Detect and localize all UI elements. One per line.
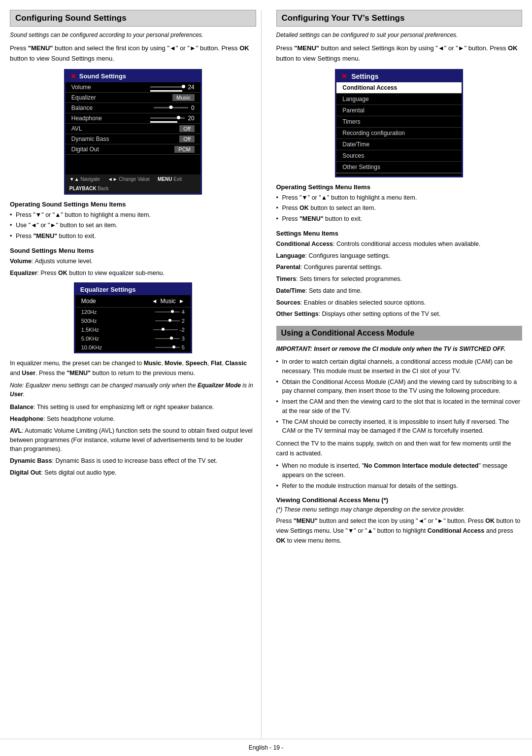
ca-def: Conditional Access: Controls conditional… [276,240,523,249]
freq-120hz-bar: 4 [155,309,185,315]
avl-value: Off [179,125,194,132]
sound-menu-header: ✕ Sound Settings [66,70,200,82]
eq-note2: Note: Equalizer menu settings can be cha… [10,381,256,399]
settings-menu-box: ✕ Settings Conditional Access Language P… [335,69,463,177]
othersettings-def: Other Settings: Displays other setting o… [276,309,523,319]
sound-menu-footer2: PLAYBACK Back [66,184,200,193]
headphone-term: Headphone [10,415,43,422]
balance-row: Balance 0 [66,103,200,113]
dynamic-bass-label: Dynamic Bass [71,136,109,142]
sound-menu-title: Sound Settings [79,72,126,80]
settings-item-recording: Recording configuration [336,128,462,139]
main-content: Configuring Sound Settings Sound setting… [0,0,532,739]
op-bullet-2: Use "◄" or "►" button to set an item. [10,221,256,230]
settings-item-conditional-access: Conditional Access [336,82,462,94]
settings-menu-title: Settings [351,72,378,80]
ca-bullet-2: Obtain the Conditional Access Module (CA… [276,378,523,396]
settings-icon: ✕ [341,72,347,80]
settings-menu-header: ✕ Settings [336,70,462,82]
footer-back: PLAYBACK Back [69,186,109,191]
freq-100khz-label: 10.0KHz [81,344,102,350]
right-column: Configuring Your TV’s Settings Detailed … [271,10,523,739]
freq-120hz-label: 120Hz [81,309,97,315]
viewing-text: Press "MENU" button and select the icon … [276,516,523,546]
eq-mode-value: ◄ Music ► [152,298,185,305]
volume-label: Volume [71,84,91,91]
menu-icon: ✕ [70,72,76,80]
settings-item-parental: Parental [336,105,462,116]
dynamic-bass-row: Dynamic Bass Off [66,134,200,144]
lang-def: Language: Configures language settings. [276,251,523,261]
left-subtitle: Sound settings can be configured accordi… [10,31,256,39]
digital-out-row: Digital Out PCM [66,144,200,155]
scroll-indicator [336,173,462,176]
op-settings-bullet-1: Press "▼" or "▲" button to highlight a m… [276,193,523,203]
op-sound-heading: Operating Sound Settings Menu Items [10,201,256,208]
othersettings-term: Other Settings [276,310,319,317]
eq-mode-label: Mode [81,298,96,305]
balance-label: Balance [71,104,93,111]
footer-change: ◄► Change Value [108,176,150,182]
balance-term: Balance [10,404,33,411]
settings-item-other: Other Settings [336,162,462,173]
ca-important: IMPORTANT: Insert or remove the CI modul… [276,344,523,353]
ca-bullets: In order to watch certain digital channe… [276,357,523,436]
digout-term: Digital Out [10,469,41,476]
dynamic-bass-value: Off [179,136,194,142]
freq-500hz-label: 500Hz [81,318,97,324]
headphone-value: 20 [150,115,194,122]
op-settings-bullet-2: Press OK button to select an item. [276,204,523,213]
sources-def: Sources: Enables or disables selected so… [276,298,523,308]
equalizer-def: Equalizer: Press OK button to view equal… [10,269,256,278]
eq-left-arrow: ◄ [152,298,158,305]
sound-settings-menu: ✕ Sound Settings Volume 24 [64,69,202,195]
ca-connect: Connect the TV to the mains supply, swit… [276,439,523,458]
headphone-row: Headphone 20 [66,113,200,124]
footer-navigate: ▼▲ Navigate [69,176,100,182]
eq-500hz: 500Hz 2 [75,316,191,325]
settings-items-heading: Settings Menu Items [276,230,523,237]
left-column: Configuring Sound Settings Sound setting… [10,10,262,739]
timers-term: Timers [276,275,297,282]
settings-item-timers: Timers [336,116,462,128]
avl-label: AVL [71,125,82,132]
viewing-heading: Viewing Conditional Access Menu (*) [276,496,523,504]
equalizer-menu: Equalizer Settings Mode ◄ Music ► 120Hz [74,282,192,353]
op-bullet-1: Press "▼" or "▲" button to highlight a m… [10,210,256,220]
page: Configuring Sound Settings Sound setting… [0,0,532,756]
avl-term: AVL [10,427,22,434]
avl-row: AVL Off [66,124,200,134]
ca-bullet2-1: When no module is inserted, "No Common I… [276,461,523,480]
left-intro: Press "MENU" button and select the first… [10,43,256,64]
ca-bullet-4: The CAM should be correctly inserted, it… [276,417,523,436]
ca-bullet-1: In order to watch certain digital channe… [276,357,523,376]
eq-right-arrow: ► [179,298,185,305]
right-subtitle: Detailed settings can be configured to s… [276,31,523,39]
freq-500hz-bar: 2 [155,318,185,324]
balance-value: 0 [154,104,195,111]
parental-def: Parental: Configures parental settings. [276,263,523,272]
volume-value: 24 [150,84,194,91]
datetime-term: Date/Time [276,287,306,294]
ca-term: Conditional Access [276,241,333,247]
op-settings-heading: Operating Settings Menu Items [276,183,523,191]
eq-100khz: 10.0KHz 5 [75,343,191,352]
volume-term: Volume [10,258,32,265]
viewing-note: (*) These menu settings may change depen… [276,506,523,513]
headphone-def: Headphone: Sets headphone volume. [10,414,256,424]
eq-note: In equalizer menu, the preset can be cha… [10,358,256,378]
lang-term: Language [276,252,305,259]
ca-bullet-3: Insert the CAM and then the viewing card… [276,397,523,416]
eq-mode-row: Mode ◄ Music ► [75,295,191,308]
digital-out-value: PCM [174,146,194,153]
op-settings-bullets: Press "▼" or "▲" button to highlight a m… [276,193,523,224]
freq-100khz-bar: 5 [155,344,185,350]
digout-def: Digital Out: Sets digital out audio type… [10,468,256,478]
op-settings-bullet-3: Press "MENU" button to exit. [276,214,523,224]
ca-bullet2-2: Refer to the module instruction manual f… [276,481,523,491]
ca-section-title: Using a Conditional Access Module [276,326,523,341]
sources-term: Sources [276,299,300,306]
parental-term: Parental [276,264,300,271]
footer-exit: MENU Exit [158,176,182,182]
equalizer-row: Equalizer Music [66,93,200,103]
